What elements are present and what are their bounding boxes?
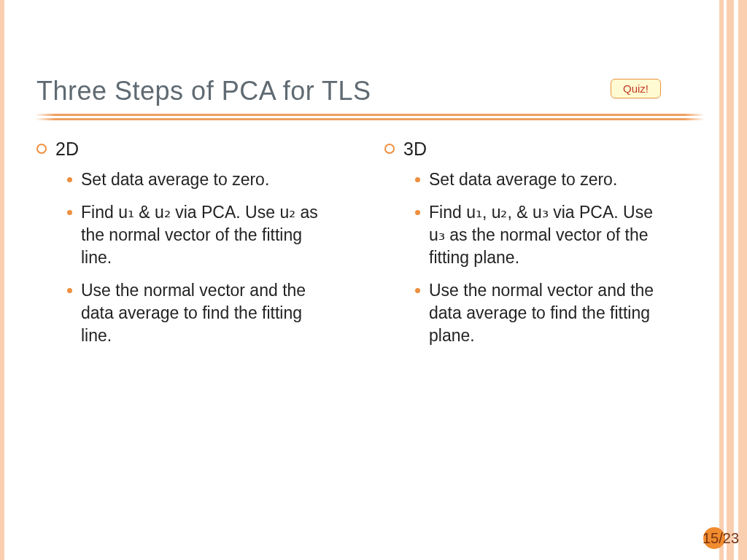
- list-item: Set data average to zero.: [67, 168, 355, 191]
- ring-bullet-icon: [384, 144, 395, 154]
- list-item: Set data average to zero.: [415, 168, 703, 191]
- item-text: Find u₁, u₂, & u₃ via PCA. Use u₃ as the…: [429, 201, 670, 269]
- title-divider: [36, 114, 703, 122]
- dot-bullet-icon: [67, 210, 72, 215]
- list-item: Use the normal vector and the data avera…: [415, 279, 703, 347]
- decor-rail-left: [0, 0, 4, 560]
- list-heading: 3D: [384, 139, 703, 160]
- heading-text: 2D: [55, 139, 79, 160]
- dot-bullet-icon: [67, 288, 72, 293]
- list-heading: 2D: [36, 139, 355, 160]
- columns: 2D Set data average to zero. Find u₁ & u…: [36, 139, 703, 357]
- list-item: Find u₁, u₂, & u₃ via PCA. Use u₃ as the…: [415, 201, 703, 269]
- dot-bullet-icon: [415, 288, 420, 293]
- dot-bullet-icon: [415, 177, 420, 182]
- ring-bullet-icon: [36, 144, 47, 154]
- page-current: 15: [703, 530, 719, 546]
- sub-list: Set data average to zero. Find u₁ & u₂ v…: [67, 168, 355, 347]
- item-text: Use the normal vector and the data avera…: [81, 279, 322, 347]
- dot-bullet-icon: [67, 177, 72, 182]
- page-total: 23: [723, 530, 739, 546]
- sub-list: Set data average to zero. Find u₁, u₂, &…: [415, 168, 703, 347]
- slide: Quiz! Three Steps of PCA for TLS 2D Set …: [0, 0, 747, 560]
- item-text: Set data average to zero.: [429, 168, 617, 191]
- list-item: Use the normal vector and the data avera…: [67, 279, 355, 347]
- item-text: Set data average to zero.: [81, 168, 269, 191]
- decor-rail: [738, 0, 747, 560]
- content-area: Three Steps of PCA for TLS 2D Set data a…: [36, 76, 703, 357]
- dot-bullet-icon: [415, 210, 420, 215]
- item-text: Find u₁ & u₂ via PCA. Use u₂ as the norm…: [81, 201, 322, 269]
- page-number-text: 15/23: [703, 530, 739, 547]
- column-left: 2D Set data average to zero. Find u₁ & u…: [36, 139, 355, 357]
- heading-text: 3D: [403, 139, 427, 160]
- page-number: 15/23: [700, 522, 741, 554]
- list-item: Find u₁ & u₂ via PCA. Use u₂ as the norm…: [67, 201, 355, 269]
- decor-rail: [727, 0, 734, 560]
- item-text: Use the normal vector and the data avera…: [429, 279, 670, 347]
- column-right: 3D Set data average to zero. Find u₁, u₂…: [384, 139, 703, 357]
- slide-title: Three Steps of PCA for TLS: [36, 76, 703, 106]
